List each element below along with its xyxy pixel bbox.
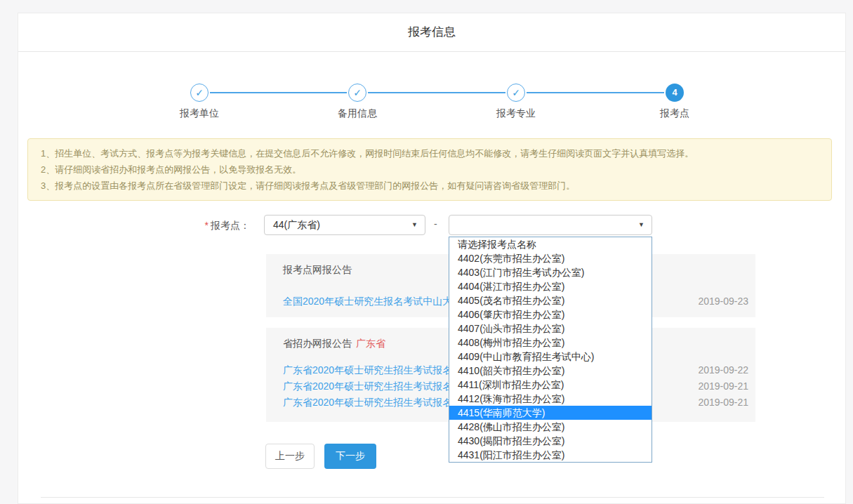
notice-line-2: 2、请仔细阅读省招办和报考点的网报公告，以免导致报名无效。 — [41, 161, 819, 178]
card-header: 报考信息 — [18, 13, 845, 52]
exam-site-dropdown-list: 请选择报考点名称 4402(东莞市招生办公室) 4403(江门市招生考试办公室)… — [449, 237, 652, 463]
step-label-backup-info: 备用信息 — [315, 107, 399, 120]
announcement-date: 2019-09-21 — [698, 378, 748, 394]
announcement-link[interactable]: 全国2020年硕士研究生报名考试中山大学 — [283, 293, 462, 310]
step-wizard: ✓ ✓ ✓ 4 报考单位 备用信息 报考专业 报考点 — [18, 84, 845, 133]
dropdown-option[interactable]: 请选择报考点名称 — [449, 237, 652, 251]
province-select[interactable]: 44(广东省) ▼ — [264, 215, 425, 235]
step-4-circle: 4 — [666, 84, 684, 102]
check-icon: ✓ — [195, 87, 204, 98]
notice-line-1: 1、招生单位、考试方式、报考点等为报考关键信息，在提交信息后不允许修改，网报时间… — [41, 145, 819, 161]
field-label-text: 报考点： — [211, 220, 250, 231]
dropdown-arrow-icon: ▼ — [411, 215, 418, 234]
notice-box: 1、招生单位、考试方式、报考点等为报考关键信息，在提交信息后不允许修改，网报时间… — [27, 138, 832, 201]
dropdown-option[interactable]: 4409(中山市教育招生考试中心) — [449, 350, 652, 364]
announcement-link[interactable]: 广东省2020年硕士研究生招生考试报名 — [283, 394, 452, 411]
step-label-unit: 报考单位 — [157, 107, 242, 120]
next-step-button[interactable]: 下一步 — [324, 444, 376, 469]
previous-step-button[interactable]: 上一步 — [265, 444, 315, 469]
dropdown-option[interactable]: 4404(湛江市招生办公室) — [449, 279, 652, 293]
bottom-divider — [41, 497, 824, 498]
step-2-circle: ✓ — [348, 84, 366, 102]
dropdown-option[interactable]: 4431(阳江市招生办公室) — [449, 448, 652, 462]
dropdown-option[interactable]: 4410(韶关市招生办公室) — [449, 364, 652, 378]
dropdown-option[interactable]: 4428(佛山市招生办公室) — [449, 420, 652, 434]
check-icon: ✓ — [512, 87, 520, 98]
step-3-circle: ✓ — [507, 84, 525, 102]
step-label-major: 报考专业 — [474, 107, 558, 120]
announcement-link[interactable]: 广东省2020年硕士研究生招生考试报名 — [283, 378, 452, 394]
select-separator: - — [434, 218, 437, 230]
step-number: 4 — [672, 87, 677, 98]
step-label-exam-site: 报考点 — [633, 107, 717, 120]
dropdown-option[interactable]: 4405(茂名市招生办公室) — [449, 293, 652, 307]
province-select-value: 44(广东省) — [273, 215, 320, 234]
dropdown-option-highlighted[interactable]: 4415(华南师范大学) — [449, 406, 652, 420]
province-tag: 广东省 — [356, 338, 385, 349]
check-icon: ✓ — [353, 87, 362, 98]
step-connector — [368, 92, 505, 93]
dropdown-option[interactable]: 4407(汕头市招生办公室) — [449, 321, 652, 336]
dropdown-arrow-icon: ▼ — [638, 215, 644, 234]
dropdown-option[interactable]: 4402(东莞市招生办公室) — [449, 251, 652, 265]
dropdown-option[interactable]: 4412(珠海市招生办公室) — [449, 392, 652, 406]
dropdown-option[interactable]: 4411(深圳市招生办公室) — [449, 378, 652, 392]
announcement-date: 2019-09-23 — [698, 293, 748, 310]
step-connector — [210, 92, 347, 93]
dropdown-option[interactable]: 4430(揭阳市招生办公室) — [449, 434, 652, 448]
step-connector — [527, 92, 664, 93]
exam-site-field-label: *报考点： — [18, 220, 250, 232]
dropdown-option[interactable]: 4406(肇庆市招生办公室) — [449, 307, 652, 321]
dropdown-option[interactable]: 4403(江门市招生考试办公室) — [449, 265, 652, 279]
exam-site-select[interactable]: ▼ — [449, 215, 652, 235]
announcement-date: 2019-09-21 — [698, 394, 748, 411]
announcement-title-text: 省招办网报公告 — [283, 338, 352, 349]
announcement-date: 2019-09-22 — [698, 362, 748, 378]
required-asterisk: * — [205, 220, 209, 231]
page-title: 报考信息 — [18, 13, 845, 51]
step-1-circle: ✓ — [190, 84, 209, 102]
registration-info-card: 报考信息 ✓ ✓ ✓ 4 报考单位 备用信息 报考专业 报考点 1、招生单位、考… — [18, 13, 846, 504]
announcement-link[interactable]: 广东省2020年硕士研究生招生考试报名 — [283, 362, 452, 378]
dropdown-option[interactable]: 4408(梅州市招生办公室) — [449, 336, 652, 350]
notice-line-3: 3、报考点的设置由各报考点所在省级管理部门设定，请仔细阅读报考点及省级管理部门的… — [41, 178, 819, 194]
